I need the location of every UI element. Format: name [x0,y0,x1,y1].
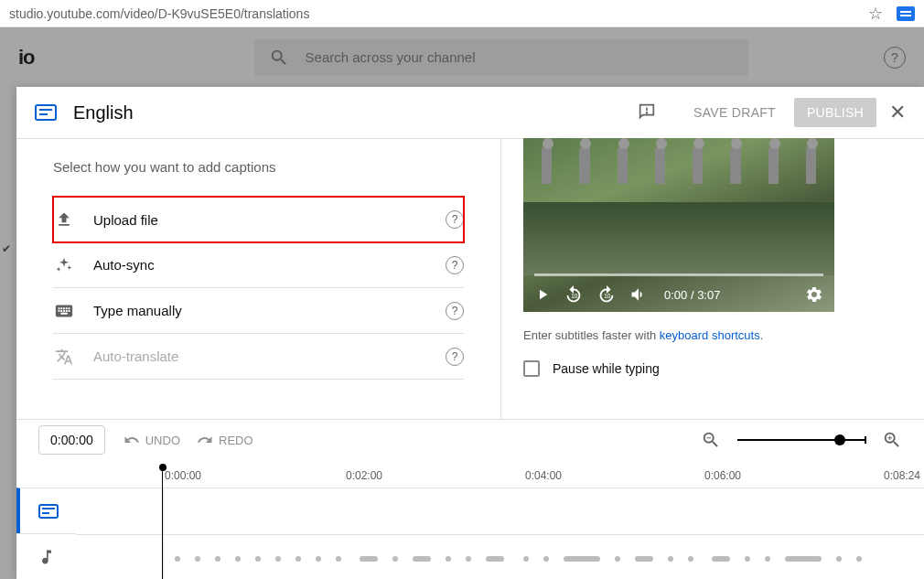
option-upload-file[interactable]: Upload file ? [53,197,464,242]
pause-label: Pause while typing [553,361,660,376]
ruler-tick: 0:02:00 [346,469,382,482]
bookmark-star-icon[interactable]: ☆ [868,4,883,24]
zoom-in-icon[interactable] [882,430,902,450]
dialog-header: English SAVE DRAFT PUBLISH ✕ [16,87,924,139]
publish-button[interactable]: PUBLISH [794,98,876,127]
play-icon[interactable] [534,286,551,303]
option-label: Auto-translate [93,348,178,364]
caption-method-list: Upload file ? Auto-sync ? Type manually … [53,197,464,380]
ruler-tick: 0:00:00 [165,469,201,482]
video-time: 0:00 / 3:07 [664,288,720,302]
option-label: Auto-sync [93,257,155,273]
playhead[interactable] [162,466,163,579]
option-type-manually[interactable]: Type manually ? [53,288,464,334]
option-auto-translate: Auto-translate ? [53,334,464,380]
rewind-10-icon[interactable]: 10 [564,284,584,305]
timeline-controls: 0:00:00 UNDO REDO [16,419,924,460]
svg-text:10: 10 [571,293,578,299]
undo-button[interactable]: UNDO [124,432,180,448]
browser-url-bar: studio.youtube.com/video/D-K9vuSE5E0/tra… [0,0,924,27]
help-icon[interactable]: ? [446,210,464,229]
pause-checkbox[interactable] [523,360,540,377]
feedback-icon[interactable] [637,102,659,123]
zoom-out-icon[interactable] [701,430,721,450]
volume-icon[interactable] [629,285,648,304]
ruler-tick: 0:04:00 [525,469,562,482]
svg-rect-1 [900,15,911,16]
audio-track-icon[interactable] [16,533,76,579]
option-label: Upload file [93,212,158,228]
svg-rect-0 [900,11,911,13]
timeline-ruler[interactable]: 0:00:00 0:02:00 0:04:00 0:06:00 0:08:24 [16,460,924,488]
ruler-tick: 0:06:00 [704,469,741,482]
option-auto-sync[interactable]: Auto-sync ? [53,242,464,288]
save-draft-button[interactable]: SAVE DRAFT [681,98,789,127]
audio-waveform [167,550,924,568]
timeline-tracks [16,488,924,579]
keyboard-icon [53,301,75,321]
settings-gear-icon[interactable] [805,285,823,304]
svg-point-3 [647,113,648,113]
zoom-controls [701,430,902,450]
captions-track-icon[interactable] [16,488,76,533]
forward-10-icon[interactable]: 10 [596,284,617,305]
captions-dialog: English SAVE DRAFT PUBLISH ✕ Select how … [16,87,924,579]
video-controls: 10 10 0:00 / 3:07 [523,277,834,312]
keyboard-hint: Enter subtitles faster with keyboard sho… [523,328,924,342]
dialog-title: English [73,102,134,123]
video-preview[interactable]: 10 10 0:00 / 3:07 [523,138,834,312]
close-icon[interactable]: ✕ [889,101,906,124]
track-icon-column [16,488,76,579]
preview-pane: 10 10 0:00 / 3:07 Enter subtitles faster… [501,139,924,419]
help-icon[interactable]: ? [446,348,464,366]
pause-while-typing-row[interactable]: Pause while typing [523,360,924,377]
upload-icon [53,210,75,229]
options-intro: Select how you want to add captions [53,159,464,175]
progress-bar[interactable] [534,273,823,276]
current-time-input[interactable]: 0:00:00 [38,425,105,455]
dialog-body: Select how you want to add captions Uplo… [16,139,924,419]
track-area[interactable] [76,488,924,579]
help-icon[interactable]: ? [446,256,464,274]
redo-button[interactable]: REDO [197,432,253,448]
zoom-slider[interactable] [737,439,865,441]
keyboard-shortcuts-link[interactable]: keyboard shortcuts [660,328,760,342]
extension-icon[interactable] [897,6,915,21]
captions-icon [35,104,57,121]
url-text: studio.youtube.com/video/D-K9vuSE5E0/tra… [9,6,868,21]
option-label: Type manually [93,303,182,318]
auto-sync-icon [53,256,75,274]
translate-icon [53,348,75,366]
options-pane: Select how you want to add captions Uplo… [16,139,501,419]
ruler-tick: 0:08:24 [884,469,920,482]
svg-text:10: 10 [604,293,611,299]
help-icon[interactable]: ? [446,302,464,320]
